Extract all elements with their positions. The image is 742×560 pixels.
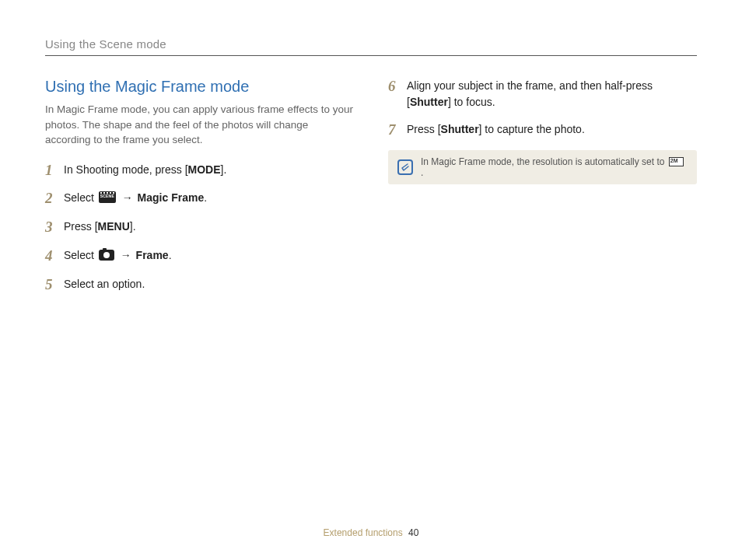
manual-page: Using the Scene mode Using the Magic Fra…: [0, 0, 742, 560]
step-text: Select an option.: [64, 278, 145, 290]
footer-section: Extended functions: [324, 527, 403, 538]
menu-label: MENU: [98, 220, 130, 233]
step-number: 1: [45, 162, 64, 180]
step-text: ].: [221, 163, 227, 176]
arrow-icon: →: [117, 191, 138, 204]
step-number: 4: [45, 247, 64, 265]
step-text: Press [: [407, 123, 441, 135]
step-body: In Shooting mode, press [MODE].: [64, 162, 354, 178]
note-text: In Magic Frame mode, the resolution is a…: [421, 156, 688, 178]
step-2: 2 Select → Magic Frame.: [45, 190, 354, 208]
step-text: ].: [130, 220, 136, 233]
step-7: 7 Press [Shutter] to capture the photo.: [388, 121, 697, 139]
shutter-label: Shutter: [410, 96, 448, 108]
note-box: In Magic Frame mode, the resolution is a…: [388, 150, 697, 184]
step-6: 6 Align your subject in the frame, and t…: [388, 78, 697, 110]
step-text: In Shooting mode, press [: [64, 163, 188, 176]
note-text-post: .: [421, 167, 423, 178]
step-body: Select → Frame.: [64, 247, 354, 264]
step-text: .: [204, 191, 207, 204]
step-4: 4 Select → Frame.: [45, 247, 354, 265]
step-text: Select: [64, 191, 97, 204]
step-3: 3 Press [MENU].: [45, 219, 354, 236]
step-5: 5 Select an option.: [45, 276, 354, 294]
magic-frame-label: Magic Frame: [138, 191, 205, 204]
scene-icon: [99, 191, 116, 203]
section-title: Using the Magic Frame mode: [45, 78, 354, 96]
step-number: 6: [388, 78, 407, 96]
step-text: ] to focus.: [448, 96, 495, 108]
page-number: 40: [408, 527, 418, 538]
breadcrumb: Using the Scene mode: [45, 37, 166, 51]
step-body: Select an option.: [64, 276, 354, 292]
step-number: 7: [388, 121, 407, 139]
step-body: Select → Magic Frame.: [64, 190, 354, 206]
step-number: 3: [45, 219, 64, 236]
note-text-pre: In Magic Frame mode, the resolution is a…: [421, 156, 667, 167]
note-icon: [397, 159, 413, 175]
mode-label: MODE: [188, 163, 221, 176]
step-text: .: [169, 249, 172, 261]
step-text: Press [: [64, 220, 98, 233]
step-number: 5: [45, 276, 64, 294]
content-columns: Using the Magic Frame mode In Magic Fram…: [45, 78, 697, 305]
section-intro: In Magic Frame mode, you can apply vario…: [45, 102, 354, 148]
step-number: 2: [45, 190, 64, 208]
resolution-icon: [669, 157, 684, 166]
right-column: 6 Align your subject in the frame, and t…: [388, 78, 697, 305]
arrow-icon: →: [116, 249, 136, 261]
step-body: Press [Shutter] to capture the photo.: [407, 121, 697, 138]
step-1: 1 In Shooting mode, press [MODE].: [45, 162, 354, 180]
step-body: Align your subject in the frame, and the…: [407, 78, 697, 110]
frame-label: Frame: [136, 249, 169, 261]
left-column: Using the Magic Frame mode In Magic Fram…: [45, 78, 354, 305]
step-text: ] to capture the photo.: [479, 123, 585, 135]
shutter-label: Shutter: [441, 123, 479, 135]
step-body: Press [MENU].: [64, 219, 354, 235]
page-footer: Extended functions 40: [0, 527, 742, 538]
step-text: Select: [64, 249, 97, 261]
camera-icon: [99, 250, 114, 261]
page-header: Using the Scene mode: [45, 37, 697, 56]
